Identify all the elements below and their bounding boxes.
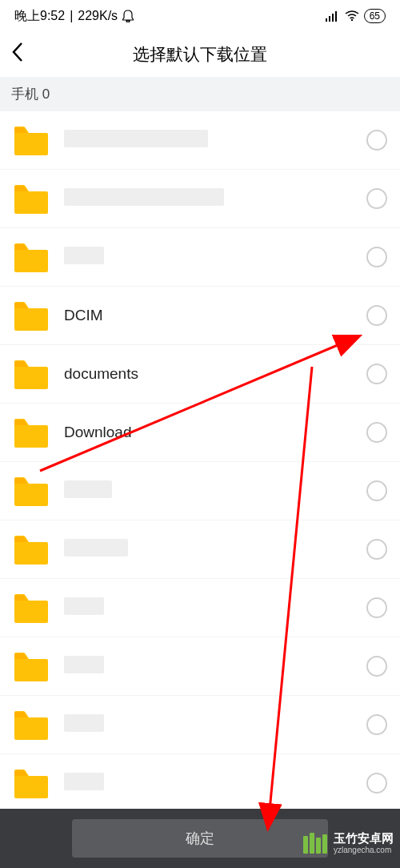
folder-icon — [13, 593, 50, 623]
folder-icon — [13, 300, 50, 331]
radio-button[interactable] — [366, 597, 387, 618]
folder-icon — [13, 125, 50, 155]
folder-label — [64, 539, 128, 557]
folder-label — [64, 247, 104, 264]
bell-icon — [122, 10, 134, 22]
folder-label: Download — [64, 424, 132, 440]
folder-item[interactable] — [0, 754, 400, 813]
folder-label — [64, 188, 224, 206]
radio-button[interactable] — [366, 188, 387, 209]
svg-point-4 — [350, 19, 352, 21]
watermark-url: yzlangecha.com — [334, 846, 394, 854]
folder-item[interactable]: Download — [0, 404, 400, 462]
radio-button[interactable] — [366, 656, 387, 677]
folder-label — [64, 656, 104, 673]
signal-icon — [326, 10, 340, 22]
folder-label — [64, 714, 104, 732]
folder-list[interactable]: DCIMdocumentsDownload — [0, 111, 400, 813]
status-speed: 229K/s — [78, 9, 118, 23]
back-button[interactable] — [11, 42, 24, 68]
wifi-icon — [345, 10, 359, 22]
folder-icon — [13, 242, 50, 272]
folder-item[interactable] — [0, 637, 400, 696]
status-bar: 晚上9:52 | 229K/s 65 — [0, 0, 400, 32]
confirm-button[interactable]: 确定 — [72, 819, 328, 858]
folder-label — [64, 773, 104, 790]
folder-label: documents — [64, 365, 138, 382]
svg-rect-10 — [322, 834, 327, 854]
radio-button[interactable] — [366, 422, 387, 443]
radio-button[interactable] — [366, 714, 387, 735]
folder-label: DCIM — [64, 307, 103, 323]
watermark-logo — [302, 830, 329, 857]
svg-rect-8 — [310, 833, 314, 854]
folder-item[interactable] — [0, 520, 400, 579]
radio-button[interactable] — [366, 773, 387, 794]
svg-rect-2 — [332, 14, 334, 22]
radio-button[interactable] — [366, 480, 387, 501]
svg-rect-0 — [326, 18, 327, 22]
folder-item[interactable] — [0, 462, 400, 520]
folder-icon — [13, 534, 50, 565]
watermark: 玉竹安卓网 yzlangecha.com — [302, 830, 394, 857]
folder-item[interactable] — [0, 170, 400, 228]
folder-item[interactable]: DCIM — [0, 287, 400, 345]
breadcrumb[interactable]: 手机 0 — [0, 77, 400, 111]
folder-icon — [13, 476, 50, 506]
svg-rect-3 — [335, 11, 337, 22]
status-time: 晚上9:52 — [14, 8, 65, 25]
folder-label — [64, 130, 208, 147]
folder-item[interactable] — [0, 696, 400, 754]
folder-item[interactable] — [0, 579, 400, 637]
watermark-title: 玉竹安卓网 — [334, 832, 394, 846]
folder-item[interactable]: documents — [0, 345, 400, 404]
folder-icon — [13, 768, 50, 798]
folder-label — [64, 597, 104, 615]
folder-icon — [13, 183, 50, 214]
svg-rect-7 — [303, 836, 308, 854]
battery-level: 65 — [364, 9, 386, 23]
svg-rect-9 — [316, 838, 321, 854]
folder-icon — [13, 359, 50, 389]
folder-icon — [13, 417, 50, 448]
radio-button[interactable] — [366, 247, 387, 267]
radio-button[interactable] — [366, 364, 387, 384]
radio-button[interactable] — [366, 305, 387, 326]
page-header: 选择默认下载位置 — [0, 32, 400, 77]
folder-icon — [13, 709, 50, 740]
radio-button[interactable] — [366, 539, 387, 560]
folder-label — [64, 480, 112, 498]
folder-icon — [13, 651, 50, 681]
page-title: 选择默认下载位置 — [133, 43, 267, 66]
folder-item[interactable] — [0, 228, 400, 287]
folder-item[interactable] — [0, 111, 400, 170]
radio-button[interactable] — [366, 130, 387, 151]
svg-rect-1 — [329, 16, 330, 22]
